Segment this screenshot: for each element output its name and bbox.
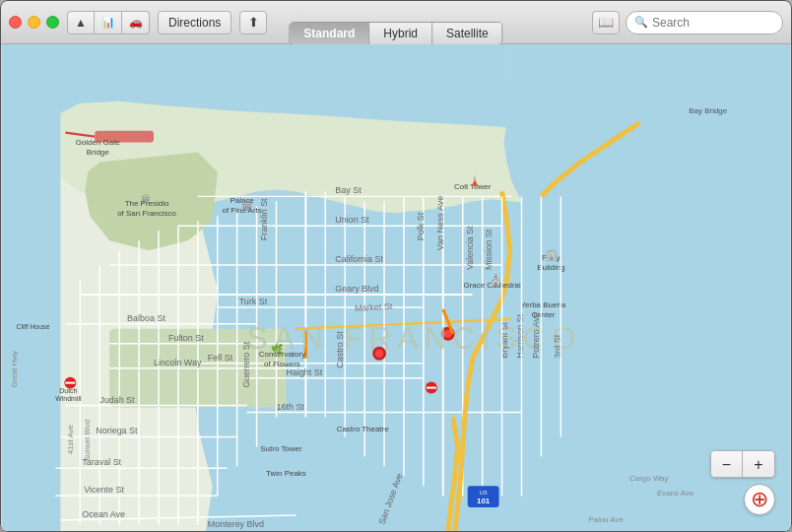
search-box[interactable]: 🔍 (626, 11, 783, 34)
toolbar-right: 📖 🔍 (592, 11, 783, 34)
svg-text:Turk St: Turk St (239, 297, 268, 306)
svg-text:Lincoln Way: Lincoln Way (154, 358, 202, 367)
svg-text:Windmill: Windmill (55, 395, 82, 402)
svg-text:Harrison St: Harrison St (515, 313, 525, 358)
toolbar-left: ▲ 📊 🚗 Directions ⬆ (67, 11, 267, 34)
location-button[interactable]: ▲ (67, 11, 95, 34)
hybrid-tab[interactable]: Hybrid (369, 23, 432, 44)
svg-text:Twin Peaks: Twin Peaks (266, 469, 306, 478)
svg-text:Potrero Ave: Potrero Ave (531, 312, 541, 359)
traffic-icon: 📊 (101, 16, 115, 29)
svg-text:Dutch: Dutch (59, 387, 77, 394)
app-window: ▲ 📊 🚗 Directions ⬆ Standard Hybrid Satel… (0, 0, 792, 532)
traffic-button[interactable]: 📊 (95, 11, 122, 34)
svg-text:Judah St: Judah St (99, 395, 135, 405)
svg-text:Valencia St: Valencia St (465, 226, 475, 270)
svg-text:16th St: 16th St (276, 402, 304, 412)
compass-button[interactable]: ⊕ (744, 484, 775, 515)
svg-text:California St: California St (335, 254, 383, 264)
svg-text:🌿: 🌿 (271, 343, 284, 356)
svg-text:Yerba Buena: Yerba Buena (521, 300, 566, 309)
svg-text:Palou Ave: Palou Ave (588, 515, 624, 524)
map-type-icon: 🚗 (129, 16, 143, 29)
zoom-controls: − + (710, 450, 775, 478)
minimize-button[interactable] (28, 16, 40, 29)
svg-text:Guerrero St: Guerrero St (241, 341, 251, 387)
svg-text:101: 101 (477, 497, 491, 505)
close-button[interactable] (9, 16, 22, 29)
svg-text:Monterey Blvd: Monterey Blvd (208, 519, 264, 529)
svg-text:Castro St: Castro St (335, 331, 345, 368)
svg-text:⛪: ⛪ (490, 273, 502, 286)
zoom-in-button[interactable]: + (743, 451, 774, 478)
satellite-tab[interactable]: Satellite (432, 23, 502, 44)
svg-text:Cliff House: Cliff House (17, 323, 50, 330)
svg-text:Cargo Way: Cargo Way (629, 474, 669, 483)
svg-text:Fell St: Fell St (208, 353, 233, 363)
svg-text:Bridge: Bridge (87, 148, 110, 157)
share-button[interactable]: ⬆ (239, 11, 267, 34)
bookmarks-icon: 📖 (598, 15, 614, 30)
map-controls: − + ⊕ (710, 450, 775, 515)
svg-text:Bay St: Bay St (335, 185, 362, 195)
share-icon: ⬆ (248, 15, 259, 30)
svg-text:Bay Bridge: Bay Bridge (689, 106, 727, 115)
search-input[interactable] (652, 16, 774, 30)
svg-text:Polk St: Polk St (416, 212, 426, 240)
search-icon: 🔍 (634, 16, 648, 29)
svg-marker-6 (2, 44, 61, 531)
svg-text:Market St: Market St (355, 301, 393, 313)
svg-text:US: US (479, 490, 487, 496)
standard-tab[interactable]: Standard (290, 23, 369, 44)
map-style-control: Standard Hybrid Satellite (289, 22, 502, 45)
directions-button[interactable]: Directions (158, 11, 231, 34)
map-mode-group: ▲ 📊 🚗 (67, 11, 150, 34)
map-type-button[interactable]: 🚗 (122, 11, 150, 34)
svg-text:Castro Theatre: Castro Theatre (337, 425, 389, 433)
maximize-button[interactable] (46, 16, 59, 29)
zoom-out-button[interactable]: − (711, 451, 743, 478)
svg-text:Evans Ave: Evans Ave (657, 489, 694, 498)
svg-text:Sunset Blvd: Sunset Blvd (83, 420, 92, 461)
window-controls (9, 16, 59, 29)
svg-text:Vicente St: Vicente St (84, 485, 124, 495)
svg-text:Fulton St: Fulton St (168, 333, 204, 343)
svg-text:Franklin St: Franklin St (259, 198, 269, 240)
map-container[interactable]: SAN FRANCISCO Bay St Union St California… (1, 44, 791, 531)
svg-text:of San Francisco: of San Francisco (117, 209, 176, 218)
bookmarks-button[interactable]: 📖 (592, 11, 620, 34)
svg-text:Van Ness Ave: Van Ness Ave (435, 196, 445, 250)
svg-text:Geary Blvd: Geary Blvd (335, 284, 378, 294)
svg-text:🏛: 🏛 (241, 200, 253, 214)
svg-text:Ocean Ave: Ocean Ave (82, 509, 125, 519)
svg-text:of Flowers: of Flowers (264, 360, 300, 368)
svg-text:Union St: Union St (335, 215, 369, 225)
svg-text:Great Hwy: Great Hwy (10, 351, 19, 388)
svg-text:🏛: 🏛 (141, 194, 151, 205)
svg-text:🏢: 🏢 (545, 247, 559, 261)
svg-text:Sutro Tower: Sutro Tower (260, 444, 302, 453)
svg-text:Noriega St: Noriega St (96, 426, 138, 435)
svg-text:Haight St: Haight St (286, 367, 322, 377)
map-svg: SAN FRANCISCO Bay St Union St California… (1, 44, 791, 531)
svg-text:41st Ave: 41st Ave (66, 424, 75, 454)
svg-text:Golden Gate: Golden Gate (76, 138, 121, 147)
svg-text:Balboa St: Balboa St (127, 313, 165, 323)
titlebar: ▲ 📊 🚗 Directions ⬆ Standard Hybrid Satel… (1, 1, 791, 44)
svg-text:Bryant St: Bryant St (499, 321, 509, 358)
svg-text:Mission St: Mission St (484, 229, 494, 270)
location-icon: ▲ (75, 16, 87, 30)
svg-text:🗼: 🗼 (468, 173, 482, 187)
